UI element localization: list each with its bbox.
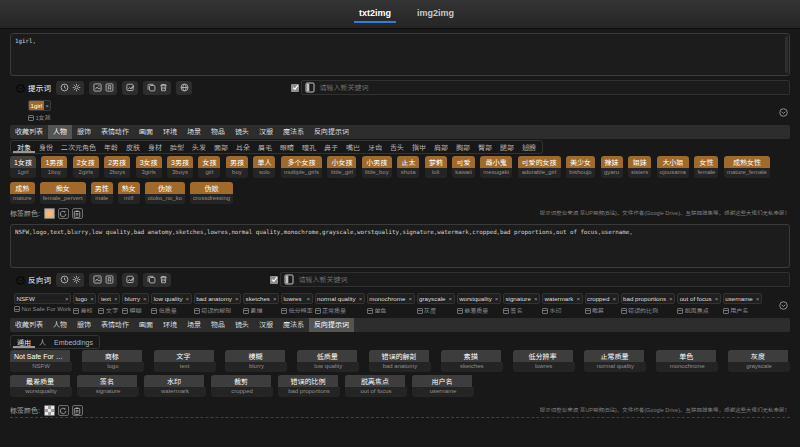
keyword-chip[interactable]: cropped × xyxy=(585,293,619,304)
tag-button[interactable]: 正常质量normal quality xyxy=(584,350,646,372)
keyword-chip[interactable]: watermark × xyxy=(542,293,583,304)
category-tab[interactable]: 场景 xyxy=(182,318,206,332)
keyword-chip[interactable]: low quality × xyxy=(151,293,192,304)
subcategory-tab[interactable]: 腿部 xyxy=(496,141,518,153)
subcategory-tab[interactable]: 翅膀 xyxy=(518,141,540,153)
tag-button[interactable]: 男孩boy xyxy=(226,156,248,178)
export-image-button[interactable] xyxy=(91,81,103,95)
tag-button[interactable]: 低质量low quality xyxy=(297,350,359,372)
tag-button[interactable]: 伪娘crossdressing xyxy=(190,182,233,204)
settings-button[interactable] xyxy=(70,81,82,95)
keyword-chip[interactable]: NSFW × xyxy=(14,293,71,304)
subcategory-tab[interactable]: 身份 xyxy=(35,141,57,153)
auto-translate-checkbox[interactable] xyxy=(291,84,299,92)
trash-button[interactable] xyxy=(157,273,169,287)
edit-image-button[interactable] xyxy=(124,273,136,287)
tag-button[interactable]: 3女孩3girls xyxy=(136,156,162,178)
remove-keyword-button[interactable]: × xyxy=(305,294,312,303)
webui-tab[interactable]: txt2img xyxy=(354,8,396,23)
save-tags-button[interactable] xyxy=(103,81,115,95)
tag-color-swatch[interactable] xyxy=(44,208,55,219)
save-tags-button[interactable] xyxy=(103,273,115,287)
tag-button[interactable]: 裁剪cropped xyxy=(211,375,273,397)
category-tab[interactable]: 画面 xyxy=(134,125,158,139)
tag-button[interactable]: 正太shota xyxy=(397,156,419,178)
tag-button[interactable]: 辣妹gyaru xyxy=(601,156,623,178)
remove-keyword-button[interactable]: × xyxy=(532,294,539,303)
category-tab[interactable]: 表情动作 xyxy=(96,318,134,332)
category-tab[interactable]: 反向提示词 xyxy=(309,125,354,139)
subcategory-tab[interactable]: 脸型 xyxy=(166,141,188,153)
collapse-keywords-button[interactable] xyxy=(779,296,788,314)
positive-new-keyword-input[interactable] xyxy=(319,84,786,91)
subcategory-tab[interactable]: 眉毛 xyxy=(254,141,276,153)
subcategory-tab[interactable]: 身材 xyxy=(144,141,166,153)
tag-button[interactable]: Not Safe For WorkNSFW xyxy=(10,350,72,372)
tag-button[interactable]: 伪娘otoko_no_ko xyxy=(145,182,185,204)
tag-button[interactable]: 2女孩2girls xyxy=(73,156,99,178)
subcategory-tab[interactable]: 年龄 xyxy=(100,141,122,153)
category-tab[interactable]: 服饰 xyxy=(72,318,96,332)
translate-button[interactable] xyxy=(178,81,190,95)
category-tab[interactable]: 人物 xyxy=(48,318,72,332)
tag-button[interactable]: 1女孩1girl xyxy=(10,156,36,178)
remove-keyword-button[interactable]: × xyxy=(754,294,761,303)
reset-color-button[interactable] xyxy=(58,208,69,219)
tag-button[interactable]: 签名signature xyxy=(77,375,139,397)
remove-keyword-button[interactable]: × xyxy=(575,294,582,303)
keyword-chip[interactable]: sketches × xyxy=(243,293,279,304)
subcategory-tab[interactable]: 鼻子 xyxy=(320,141,342,153)
keyword-chip[interactable]: out of focus × xyxy=(677,293,721,304)
subcategory-tab[interactable]: 眼睛 xyxy=(276,141,298,153)
keyword-chip[interactable]: logo × xyxy=(73,293,96,304)
negative-new-keyword-input[interactable] xyxy=(298,276,786,283)
category-tab[interactable]: 环境 xyxy=(158,125,182,139)
tag-color-swatch[interactable] xyxy=(44,405,55,416)
textarea-scrollbar[interactable] xyxy=(785,36,788,73)
tag-button[interactable]: 3男孩3boys xyxy=(167,156,193,178)
trash-button[interactable] xyxy=(157,81,169,95)
tag-button[interactable]: 大小姐ojousama xyxy=(657,156,689,178)
tag-button[interactable]: 痴女female_pervert xyxy=(40,182,86,204)
tag-button[interactable]: 单人solo xyxy=(253,156,275,178)
subcategory-tab[interactable]: 对象 xyxy=(13,141,35,153)
tag-button[interactable]: 美少女bishoujo xyxy=(566,156,595,178)
tag-button[interactable]: 错误的比例bad proportions xyxy=(278,375,340,397)
tag-button[interactable]: 小男孩little_boy xyxy=(362,156,392,178)
remove-keyword-button[interactable]: × xyxy=(44,101,51,110)
category-tab[interactable]: 人物 xyxy=(48,125,72,139)
paste-color-button[interactable] xyxy=(72,405,83,416)
tag-button[interactable]: 成熟女性mature_female xyxy=(724,156,770,178)
category-tab[interactable]: 收藏列表 xyxy=(10,318,48,332)
export-image-button[interactable] xyxy=(91,273,103,287)
tag-button[interactable]: 文字text xyxy=(154,350,216,372)
copy-button[interactable] xyxy=(145,273,157,287)
subcategory-tab[interactable]: Embeddings xyxy=(50,336,97,348)
category-tab[interactable]: 反向提示词 xyxy=(309,318,354,332)
subcategory-tab[interactable]: 头发 xyxy=(188,141,210,153)
category-tab[interactable]: 环境 xyxy=(158,318,182,332)
tag-button[interactable]: 女孩girl xyxy=(198,156,220,178)
category-tab[interactable]: 镜头 xyxy=(230,318,254,332)
remove-keyword-button[interactable]: × xyxy=(63,294,70,303)
subcategory-tab[interactable]: 舌头 xyxy=(386,141,408,153)
auto-translate-checkbox[interactable] xyxy=(270,276,278,284)
tag-button[interactable]: 男性male xyxy=(91,182,113,204)
subcategory-tab[interactable]: 耳朵 xyxy=(232,141,254,153)
remove-keyword-button[interactable]: × xyxy=(271,294,278,303)
subcategory-tab[interactable]: 瞳孔 xyxy=(298,141,320,153)
tag-button[interactable]: 灰度grayscale xyxy=(728,350,790,372)
book-panel-icon[interactable] xyxy=(305,79,315,97)
tag-button[interactable]: 熟女milf xyxy=(118,182,140,204)
tag-button[interactable]: 姐妹sisters xyxy=(628,156,651,178)
category-tab[interactable]: 魔法系 xyxy=(278,318,309,332)
subcategory-tab[interactable]: 牙齿 xyxy=(364,141,386,153)
remove-keyword-button[interactable]: × xyxy=(493,294,500,303)
tag-button[interactable]: 小女孩little_girl xyxy=(327,156,356,178)
tag-button[interactable]: 成熟mature xyxy=(10,182,35,204)
tag-button[interactable]: 错误的解剖bad anatomy xyxy=(369,350,431,372)
category-tab[interactable]: 收藏列表 xyxy=(10,125,48,139)
tag-button[interactable]: 萝莉loli xyxy=(425,156,447,178)
remove-keyword-button[interactable]: × xyxy=(357,294,364,303)
edit-image-button[interactable] xyxy=(124,81,136,95)
